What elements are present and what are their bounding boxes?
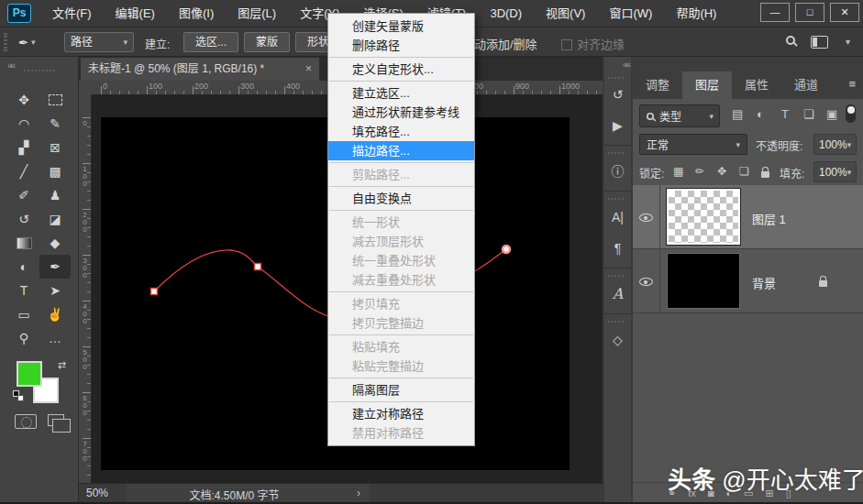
adjustment-layer-filter-icon[interactable]: ◐	[757, 107, 764, 121]
quick-selection-tool[interactable]: ✎	[39, 112, 71, 136]
fill-input[interactable]: 100% ▾	[813, 161, 857, 182]
path-endpoint[interactable]	[503, 246, 510, 253]
paragraph-panel-icon[interactable]: ¶	[604, 236, 631, 260]
zoom-level[interactable]: 50%	[86, 487, 108, 499]
lock-paint-icon[interactable]: ✏	[695, 165, 704, 178]
move-tool[interactable]: ✥	[8, 88, 39, 112]
menu-item-define-custom-shape[interactable]: 定义自定形状...	[328, 60, 474, 79]
close-tab-icon[interactable]: ×	[305, 58, 312, 81]
pixel-layer-filter-icon[interactable]: ▤	[732, 107, 743, 121]
eye-icon[interactable]	[639, 214, 653, 222]
menu-file[interactable]: 文件(F)	[40, 0, 104, 27]
menu-item-delete-path[interactable]: 删除路径	[328, 36, 474, 55]
character-panel-icon[interactable]: A|	[604, 205, 631, 229]
foreground-color-swatch[interactable]	[17, 361, 42, 387]
tab-properties[interactable]: 属性	[732, 71, 781, 99]
chevron-right-icon[interactable]: ›	[357, 487, 360, 499]
menu-item-isolate-layers[interactable]: 隔离图层	[328, 380, 474, 400]
smart-object-filter-icon[interactable]: ▣	[826, 107, 837, 121]
menu-item-make-symmetry-path[interactable]: 建立对称路径	[328, 404, 474, 423]
layer-name[interactable]: 背景	[752, 274, 776, 291]
menu-layer[interactable]: 图层(L)	[226, 0, 288, 27]
layer-thumbnail[interactable]	[667, 253, 740, 309]
info-panel-icon[interactable]: ⓘ	[604, 159, 631, 183]
tab-adjustments[interactable]: 调整	[633, 71, 682, 99]
3d-panel-icon[interactable]: ◇	[604, 328, 631, 352]
chevron-down-icon[interactable]: ▾	[846, 37, 850, 47]
blend-mode-select[interactable]: 正常 ▾	[639, 134, 747, 155]
glyphs-panel-icon[interactable]: A	[604, 282, 631, 306]
layer-name[interactable]: 图层 1	[752, 210, 786, 227]
brush-tool[interactable]: ✐	[8, 183, 39, 207]
search-icon[interactable]	[786, 36, 795, 45]
layer-thumbnail[interactable]	[667, 189, 740, 245]
healing-brush-tool[interactable]: ▩	[39, 159, 71, 183]
menu-item-new-guides-from-shape[interactable]: 通过形状新建参考线	[328, 103, 474, 122]
menu-item-create-vector-mask[interactable]: 创建矢量蒙版	[328, 16, 474, 36]
blur-tool[interactable]: ◆	[39, 231, 71, 255]
menu-edit[interactable]: 编辑(E)	[104, 0, 167, 27]
marquee-tool[interactable]	[39, 88, 71, 112]
align-edges-checkbox[interactable]: 对齐边缘	[561, 35, 625, 52]
make-selection-button[interactable]: 选区...	[183, 32, 238, 52]
minimize-button[interactable]: —	[760, 3, 790, 22]
menu-item-free-transform-points[interactable]: 自由变换点	[328, 189, 474, 208]
zoom-tool[interactable]: ⚲	[8, 326, 39, 350]
collapse-toolbar-icon[interactable]: ««	[7, 60, 14, 71]
screen-mode-button[interactable]	[48, 414, 64, 426]
menu-view[interactable]: 视图(V)	[534, 0, 597, 27]
tool-mode-select[interactable]: 路径 ▾	[64, 32, 134, 52]
edit-toolbar-button[interactable]: …	[39, 326, 71, 350]
document-info[interactable]: 文档:4.50M/0 字节 ›	[127, 484, 370, 503]
menu-image[interactable]: 图像(I)	[167, 0, 226, 27]
menu-window[interactable]: 窗口(W)	[597, 0, 664, 27]
menu-help[interactable]: 帮助(H)	[664, 0, 728, 27]
opacity-input[interactable]: 100% ▾	[813, 134, 857, 155]
type-tool[interactable]: T	[8, 279, 39, 302]
swap-colors-icon[interactable]: ⇄	[58, 359, 66, 371]
layer-row-selected[interactable]: 图层 1	[633, 185, 863, 249]
lock-all-icon[interactable]	[761, 168, 769, 181]
dodge-tool[interactable]: ◐	[8, 255, 39, 279]
crop-tool[interactable]: ▞	[8, 136, 39, 159]
maximize-button[interactable]: □	[795, 3, 824, 22]
menu-3d[interactable]: 3D(D)	[478, 0, 534, 27]
lock-artboard-icon[interactable]: ❏	[739, 165, 749, 178]
lock-move-icon[interactable]: ✥	[717, 165, 726, 178]
close-button[interactable]: ✕	[830, 3, 859, 22]
anchor-point[interactable]	[255, 264, 261, 270]
document-tab[interactable]: 未标题-1 @ 50% (图层 1, RGB/16) * ×	[81, 58, 319, 81]
workspace-icon[interactable]	[811, 36, 828, 49]
menu-item-fill-path[interactable]: 填充路径...	[328, 122, 474, 141]
menu-item-stroke-path[interactable]: 描边路径...	[328, 141, 474, 160]
tab-layers[interactable]: 图层	[682, 71, 732, 99]
tool-preset-picker[interactable]: ✒ ▾	[18, 31, 57, 53]
photoshop-logo[interactable]: Ps	[7, 4, 31, 23]
type-layer-filter-icon[interactable]: T	[781, 107, 789, 121]
frame-tool[interactable]: ⊠	[39, 136, 71, 159]
history-brush-tool[interactable]: ↺	[8, 207, 39, 231]
menu-item-make-selection[interactable]: 建立选区...	[328, 83, 474, 103]
filter-toggle[interactable]	[846, 104, 856, 123]
lasso-tool[interactable]: ◠	[8, 112, 39, 136]
expand-panels-icon[interactable]: ««	[623, 60, 629, 70]
default-colors-icon[interactable]	[13, 390, 24, 401]
hand-tool[interactable]: ✌	[39, 302, 71, 326]
anchor-point[interactable]	[151, 289, 158, 295]
toolbar-grip[interactable]	[24, 70, 55, 71]
quick-mask-button[interactable]	[15, 414, 37, 429]
panel-menu-icon[interactable]: ≡	[848, 77, 856, 91]
eraser-tool[interactable]: ◪	[39, 207, 71, 231]
clone-stamp-tool[interactable]: ♟	[39, 183, 71, 207]
make-mask-button[interactable]: 蒙版	[244, 32, 290, 52]
path-selection-tool[interactable]: ➤	[39, 279, 71, 302]
gradient-tool[interactable]	[8, 231, 39, 255]
shape-layer-filter-icon[interactable]: ❏	[803, 107, 814, 121]
lock-transparency-icon[interactable]: ▦	[673, 165, 683, 178]
eye-icon[interactable]	[639, 278, 653, 286]
layer-row-background[interactable]: 背景	[633, 249, 863, 313]
layer-filter-select[interactable]: 类型 ▾	[639, 104, 720, 127]
eyedropper-tool[interactable]: ╱	[8, 159, 39, 183]
tab-channels[interactable]: 通道	[781, 71, 831, 99]
rectangle-tool[interactable]: ▭	[8, 302, 39, 326]
